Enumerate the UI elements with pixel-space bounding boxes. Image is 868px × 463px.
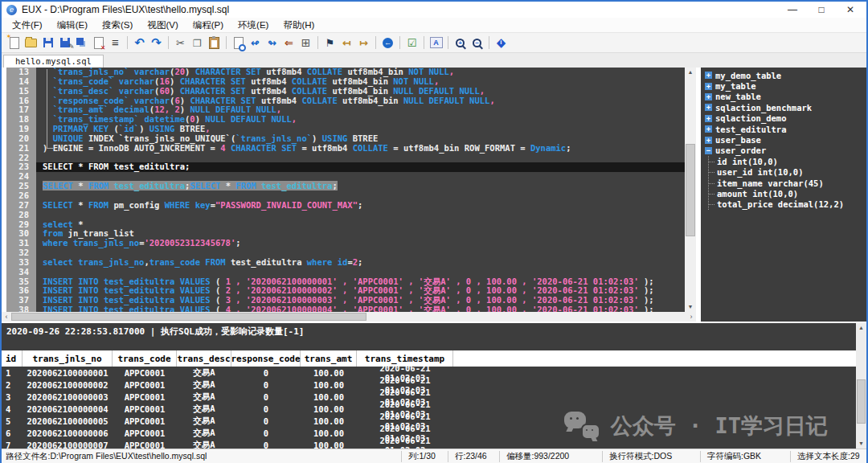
line-list-icon[interactable] [108,35,123,51]
search-next-icon[interactable] [264,35,280,51]
tree-column-item[interactable]: item_name varchar(45) [709,178,866,188]
code-line[interactable]: 27SELECT * FROM pm_config WHERE key="PAS… [2,201,685,211]
menu-item-0[interactable]: 文件(F) [5,18,50,32]
tree-item-sqlaction_benchmark[interactable]: +sqlaction_benchmark [705,102,866,113]
undo-icon[interactable] [132,35,147,51]
menu-item-5[interactable]: 环境(E) [231,18,276,32]
expand-icon[interactable]: + [705,104,712,111]
code-editor[interactable]: 13 `trans_jnls_no` varchar(20) CHARACTER… [2,68,685,312]
code-line[interactable]: 25SELECT * FROM test_editultra;SELECT * … [2,182,685,191]
go-back-icon[interactable] [380,35,395,51]
zoom-out-icon[interactable] [469,35,485,51]
search-prev-icon[interactable] [248,35,263,51]
bookmark-icon[interactable] [322,35,338,51]
tree-item-my_demo_table[interactable]: +my_demo_table [705,70,866,80]
syntax-color-icon[interactable] [428,35,444,51]
table-cell: 6 [2,428,23,438]
scroll-right-icon[interactable]: › [686,312,696,322]
close-file-icon[interactable] [91,35,106,51]
code-line[interactable]: 28 [2,211,685,220]
menu-item-1[interactable]: 编辑(E) [50,18,95,32]
about-icon[interactable] [493,35,509,51]
tree-item-new_table[interactable]: +new_table [705,92,866,102]
code-line-text: SELECT * FROM test_editultra; [36,162,685,172]
line-number: 34 [2,268,36,277]
column-header-trans_jnls_no[interactable]: trans_jnls_no [23,350,113,367]
minimize-button[interactable]: — [778,2,807,17]
code-line[interactable]: 31where trans_jnls_no='2020052312345678'… [2,239,685,248]
column-header-trans_code[interactable]: trans_code [113,350,177,367]
menu-item-6[interactable]: 帮助(H) [276,18,321,32]
scrollbar-thumb[interactable] [686,144,695,236]
tree-item-test_editultra[interactable]: +test_editultra [705,124,866,134]
table-cell: 100.00 [301,380,357,390]
table-cell: APPC0001 [113,404,177,414]
table-cell: 7 [2,440,23,449]
expand-icon[interactable]: + [705,115,712,122]
replace-grid-icon[interactable] [298,35,313,51]
tree-column-item[interactable]: id int(10,0) [709,156,866,166]
editor-vertical-scrollbar[interactable]: ▲ ▼ [685,68,696,312]
column-header-id[interactable]: id [2,350,23,367]
tree-item-label: new_table [715,92,761,101]
column-header-trans_desc[interactable]: trans_desc [177,350,231,367]
tree-item-my_table[interactable]: +my_table [705,80,866,91]
find-icon[interactable] [231,35,246,51]
new-file-icon[interactable] [6,35,22,51]
jump-back-icon[interactable] [281,35,297,51]
scroll-up-icon[interactable]: ▲ [685,68,696,77]
expand-icon[interactable]: + [705,83,712,90]
column-header-response_code[interactable]: response_code [231,350,301,367]
table-cell: 2020062100000004 [23,404,113,414]
editor-horizontal-scrollbar[interactable]: ‹ › [2,312,696,322]
tab-active-file[interactable]: hello.mysql.sql [3,55,104,68]
menubar: 文件(F)编辑(E)搜索(S)视图(V)编程(P)环境(E)帮助(H) [2,18,866,33]
save-as-icon[interactable] [57,35,72,51]
code-line[interactable]: 33select trans_jnls_no,trans_code FROM t… [2,258,685,268]
tree-column-item[interactable]: total_price decimal(12,2) [709,199,866,210]
scroll-left-icon[interactable]: ‹ [2,312,11,322]
scroll-down-icon[interactable]: ▼ [856,439,866,449]
expand-icon[interactable]: + [705,137,712,144]
scroll-up-icon[interactable]: ▲ [856,323,866,333]
expand-icon[interactable]: + [705,125,712,133]
table-cell: 2020062100000001 [23,368,113,378]
cut-icon[interactable] [173,35,188,51]
save-icon[interactable] [40,35,55,51]
tree-item-sqlaction_demo[interactable]: +sqlaction_demo [705,113,866,124]
toolbar-separator [399,36,400,49]
task-list-icon[interactable] [404,35,420,51]
copy-icon[interactable] [190,35,205,51]
menu-item-3[interactable]: 视图(V) [140,18,185,32]
toolbar-separator [375,36,376,49]
save-all-icon[interactable] [74,35,89,51]
tree-column-item[interactable]: amount int(10,0) [709,188,866,199]
toolbar-separator [489,36,489,49]
code-line[interactable]: 21) ENGINE = InnoDB AUTO_INCREMENT = 4 C… [2,144,685,154]
menu-item-2[interactable]: 搜索(S) [95,18,140,32]
scrollbar-thumb[interactable] [857,379,866,424]
collapse-icon[interactable]: − [705,147,712,154]
expand-icon[interactable]: + [705,93,712,100]
column-header-trans_amt[interactable]: trans_amt [301,350,357,367]
next-bookmark-icon[interactable] [356,35,371,51]
open-file-icon[interactable] [23,35,39,51]
menu-item-4[interactable]: 编程(P) [186,18,231,32]
code-line[interactable]: 23SELECT * FROM test_editultra; [2,162,685,172]
redo-icon[interactable] [149,35,164,51]
scrollbar-thumb[interactable] [11,313,366,321]
zoom-in-icon[interactable] [452,35,468,51]
close-button[interactable]: ✕ [836,2,865,17]
code-line[interactable]: 38INSERT INTO test_editultra VALUES ( 4 … [2,305,685,312]
maximize-button[interactable]: □ [807,2,836,17]
prev-bookmark-icon[interactable] [339,35,354,51]
column-header-trans_timestamp[interactable]: trans_timestamp [357,350,453,367]
tree-item-user_order[interactable]: −user_order [705,145,866,156]
expand-icon[interactable]: + [705,72,712,79]
tree-item-user_base[interactable]: +user_base [705,134,866,145]
table-cell: 2020062100000005 [23,416,113,426]
results-vertical-scrollbar[interactable]: ▲ ▼ [856,323,866,449]
tree-column-item[interactable]: user_id int(10,0) [709,167,866,178]
scroll-down-icon[interactable]: ▼ [685,302,696,312]
paste-icon[interactable] [207,35,222,51]
